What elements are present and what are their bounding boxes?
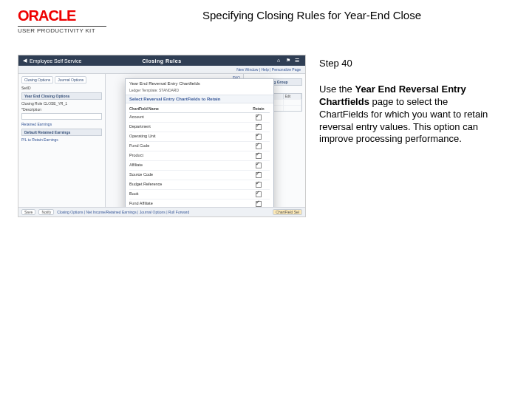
step-label: Step 40 [319, 58, 497, 70]
retain-checkbox[interactable] [256, 134, 262, 140]
back-icon[interactable]: ◀ [23, 58, 27, 64]
tab-journal-options[interactable]: Journal Options [55, 76, 86, 83]
tab-closing-options[interactable]: Closing Options [21, 76, 53, 83]
chartfield-sel-button[interactable]: ChartField Sel [273, 209, 302, 215]
instruction-panel: Step 40 Use the Year End Reversal Entry … [319, 55, 497, 217]
chartfield-name: Source Code [129, 172, 248, 179]
page-title: Specifying Closing Rules for Year-End Cl… [106, 7, 517, 21]
chartfield-name: Operating Unit [129, 134, 248, 140]
home-icon[interactable]: ⌂ [277, 58, 283, 64]
retain-checkbox[interactable] [256, 124, 262, 130]
menu-icon[interactable]: ☰ [295, 58, 301, 64]
retain-checkbox[interactable] [256, 143, 262, 149]
col-retain: Retain [248, 106, 270, 111]
table-row: Source Code [129, 171, 270, 180]
retained-earnings-header: Default Retained Earnings [21, 129, 102, 136]
tab-row: Closing Options Journal Options [21, 76, 102, 83]
retain-checkbox[interactable] [256, 115, 262, 120]
topbar-left-label[interactable]: Employee Self Service [30, 58, 81, 64]
setid-label: SetID [21, 86, 102, 90]
brand-name: ORACLE [18, 7, 106, 27]
app-subbar: New Window | Help | Personalize Page [18, 66, 305, 74]
app-screenshot: ◀ Employee Self Service Closing Rules ⌂ … [18, 55, 306, 217]
table-row: Product [129, 151, 270, 161]
chartfield-name: Account [129, 115, 248, 121]
table-row: Book [129, 190, 270, 200]
table-row: Affiliate [129, 161, 270, 171]
instruction-text: Use the Year End Reversal Entry Chartfie… [319, 83, 497, 146]
rule-label: Closing Rule CLOSE_YR_1 [21, 101, 102, 106]
retain-checkbox[interactable] [256, 163, 262, 168]
option-links: Retained Earnings [21, 122, 102, 126]
app-topbar: ◀ Employee Self Service Closing Rules ⌂ … [18, 55, 305, 66]
desc-field[interactable] [21, 113, 102, 120]
table-row: Operating Unit [129, 132, 270, 142]
modal-subheader: Ledger Template: STANDARD [126, 88, 273, 95]
save-button[interactable]: Save [21, 209, 35, 215]
chartfield-name: Budget Reference [129, 182, 248, 188]
modal-header: Year End Reversal Entry Chartfields [126, 79, 273, 88]
center-column: FAQ Year End Reversal Entry Chartfields … [106, 74, 243, 210]
notify-button[interactable]: Notify [38, 209, 54, 215]
flag-icon[interactable]: ⚑ [286, 58, 292, 64]
brand-subtitle: USER PRODUCTIVITY KIT [18, 27, 106, 34]
table-row: Account [129, 113, 270, 123]
desc-label: *Description [21, 107, 102, 112]
retain-checkbox[interactable] [256, 182, 262, 188]
modal-section-title: Select Reversal Entry ChartFields to Ret… [126, 95, 273, 103]
closing-options-header: Year End Closing Options [21, 92, 102, 100]
footer-links[interactable]: Closing Options | Net Income/Retained Ea… [57, 210, 270, 214]
retain-checkbox[interactable] [256, 153, 262, 159]
table-row: Fund Code [129, 142, 270, 151]
chartfields-table: ChartField Name Retain AccountDepartment… [126, 103, 273, 217]
app-footer: Save Notify Closing Options | Net Income… [18, 207, 305, 216]
table-row: Budget Reference [129, 180, 270, 190]
retain-checkbox[interactable] [256, 191, 262, 197]
chartfield-name: Affiliate [129, 163, 248, 169]
subbar-links[interactable]: New Window | Help | Personalize Page [236, 67, 301, 72]
left-column: Closing Options Journal Options SetID Ye… [18, 74, 106, 210]
chartfield-name: Department [129, 124, 248, 131]
retain-checkbox[interactable] [256, 172, 262, 178]
col-chartfield-name: ChartField Name [129, 106, 248, 111]
chartfield-name: Book [129, 191, 248, 198]
table-row: Department [129, 123, 270, 132]
chartfield-name: Fund Code [129, 143, 248, 150]
retain-checkbox[interactable] [256, 201, 262, 207]
chartfield-name: Product [129, 153, 248, 160]
opt-retained-earnings[interactable]: Retained Earnings [21, 122, 102, 126]
row-pl-retain[interactable]: P/L to Retain Earnings [21, 137, 102, 142]
oracle-logo: ORACLE USER PRODUCTIVITY KIT [18, 7, 106, 34]
reversal-chartfields-modal: Year End Reversal Entry Chartfields Ledg… [125, 78, 274, 217]
